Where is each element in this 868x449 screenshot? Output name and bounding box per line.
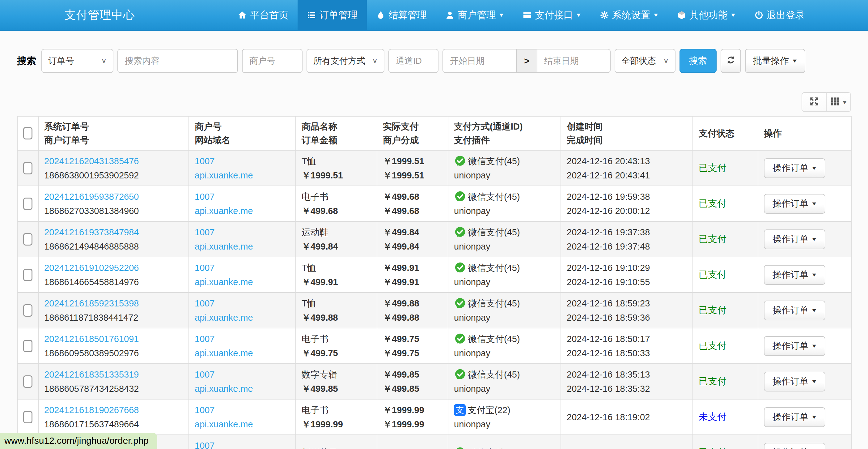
site-domain-link[interactable]: api.xuanke.me [195, 204, 253, 218]
site-domain-link[interactable]: api.xuanke.me [195, 239, 253, 253]
expand-icon [809, 96, 819, 108]
site-domain-link[interactable]: api.xuanke.me [195, 417, 253, 431]
site-domain-link[interactable]: api.xuanke.me [195, 310, 253, 325]
nav-item-power[interactable]: 退出登录 [745, 0, 814, 30]
home-icon [238, 10, 247, 20]
order-actions-button[interactable]: 操作订单▼ [764, 265, 825, 285]
row-checkbox[interactable] [23, 340, 32, 352]
date-range-group: > [442, 49, 611, 73]
row-checkbox[interactable] [23, 411, 32, 423]
order-actions-button[interactable]: 操作订单▼ [764, 336, 825, 356]
merchant-id-link[interactable]: 1007 [195, 403, 215, 417]
created-time: 2024-12-16 19:10:29 [567, 263, 650, 273]
pay-method: 微信支付(45) [468, 332, 520, 346]
product-name: 数字专辑 [302, 369, 337, 380]
nav-item-credit-card[interactable]: 支付接口▼ [513, 0, 590, 30]
select-all-checkbox[interactable] [23, 127, 32, 140]
created-time: 2024-12-16 19:59:38 [567, 192, 650, 202]
product-name: 电子书 [302, 334, 329, 344]
nav-item-home[interactable]: 平台首页 [228, 0, 298, 30]
order-actions-button[interactable]: 操作订单▼ [764, 194, 825, 214]
nav-item-tint[interactable]: 结算管理 [367, 0, 436, 30]
completed-time: 2024-12-16 18:35:32 [567, 384, 650, 394]
merchant-share: ￥1999.99 [383, 419, 424, 429]
pay-plugin: unionpay [454, 419, 490, 429]
wechat-pay-icon [454, 262, 466, 274]
orders-table: 系统订单号商户订单号 商户号网站域名 商品名称订单金额 实际支付商户分成 支付方… [17, 116, 851, 449]
site-domain-link[interactable]: api.xuanke.me [195, 346, 253, 360]
actual-paid: ￥499.68 [383, 192, 419, 202]
search-type-select[interactable]: 订单号 ∨ [41, 49, 114, 73]
channel-id-input[interactable] [389, 49, 438, 73]
col-header-merchant: 商户号 [195, 120, 290, 133]
columns-toggle-button[interactable]: ▼ [826, 92, 851, 112]
order-actions-button[interactable]: 操作订单▼ [764, 407, 825, 427]
row-checkbox[interactable] [23, 376, 32, 388]
order-actions-button[interactable]: 操作订单▼ [764, 443, 825, 449]
row-checkbox[interactable] [23, 198, 32, 210]
order-actions-button[interactable]: 操作订单▼ [764, 230, 825, 249]
sys-order-link[interactable]: 2024121619593872650 [44, 189, 139, 204]
sys-order-link[interactable]: 2024121618190267668 [44, 403, 139, 417]
search-label: 搜索 [17, 54, 36, 67]
nav-item-user[interactable]: 商户管理▼ [436, 0, 513, 30]
merchant-share: ￥499.85 [383, 384, 419, 394]
user-icon [445, 10, 455, 20]
pay-type-select[interactable]: 所有支付方式 ∨ [307, 49, 384, 73]
nav-item-gear[interactable]: 系统设置▼ [590, 0, 668, 30]
created-time: 2024-12-16 19:37:38 [567, 227, 650, 237]
completed-time: 2024-12-16 20:00:12 [567, 206, 650, 216]
merchant-id-link[interactable]: 1007 [195, 367, 215, 382]
merchant-id-link[interactable]: 1007 [195, 189, 215, 204]
site-domain-link[interactable]: api.xuanke.me [195, 382, 253, 396]
sys-order-link[interactable]: 2024121618501761091 [44, 332, 139, 346]
refresh-button[interactable] [721, 49, 741, 73]
merchant-id-link[interactable]: 1007 [195, 154, 215, 168]
merchant-id-link[interactable]: 1007 [195, 261, 215, 275]
sys-order-link[interactable]: 2024121619373847984 [44, 225, 139, 239]
order-actions-button[interactable]: 操作订单▼ [764, 158, 825, 178]
merchant-id-link[interactable]: 1007 [195, 439, 215, 449]
end-date-input[interactable] [537, 49, 611, 73]
sys-order-link[interactable]: 2024121618592315398 [44, 296, 139, 310]
col-header-action: 操作 [764, 126, 845, 140]
merchant-id-input[interactable] [242, 49, 303, 73]
sys-order-link[interactable]: 2024121618351335319 [44, 367, 139, 382]
table-row: 2024121619102952206 1868614665458814976 … [17, 257, 851, 293]
caret-down-icon: ▼ [811, 379, 818, 384]
search-content-input[interactable] [117, 49, 238, 73]
row-checkbox[interactable] [23, 269, 32, 281]
row-checkbox[interactable] [23, 162, 32, 174]
caret-down-icon: ▼ [842, 99, 847, 105]
created-time: 2024-12-16 18:50:17 [567, 334, 650, 344]
search-button[interactable]: 搜索 [680, 49, 717, 73]
order-actions-button[interactable]: 操作订单▼ [764, 372, 825, 391]
bulk-actions-label: 批量操作 [753, 55, 789, 67]
search-type-value: 订单号 [48, 55, 74, 67]
sys-order-link[interactable]: 2024121619102952206 [44, 261, 139, 275]
merchant-id-link[interactable]: 1007 [195, 225, 215, 239]
order-actions-button[interactable]: 操作订单▼ [764, 301, 825, 320]
row-checkbox[interactable] [23, 304, 32, 317]
list-icon [307, 10, 316, 20]
merchant-id-link[interactable]: 1007 [195, 296, 215, 310]
status-badge: 已支付 [699, 234, 726, 244]
nav-item-list[interactable]: 订单管理 [298, 0, 367, 30]
site-domain-link[interactable]: api.xuanke.me [195, 275, 253, 289]
start-date-input[interactable] [442, 49, 516, 73]
product-name: 运动鞋 [302, 227, 329, 237]
nav-item-box[interactable]: 其他功能▼ [668, 0, 745, 30]
sys-order-link[interactable]: 2024121620431385476 [44, 154, 139, 168]
bulk-actions-button[interactable]: 批量操作▼ [745, 49, 805, 73]
page: 支付管理中心 平台首页订单管理结算管理商户管理▼支付接口▼系统设置▼其他功能▼退… [0, 0, 868, 449]
order-amount: ￥499.85 [302, 384, 338, 394]
site-domain-link[interactable]: api.xuanke.me [195, 168, 253, 182]
completed-time: 2024-12-16 18:50:33 [567, 348, 650, 358]
merchant-id-link[interactable]: 1007 [195, 332, 215, 346]
table-toolbar: ▼ [802, 92, 851, 112]
fullscreen-button[interactable] [802, 92, 826, 112]
table-row: 2024121618501761091 1868609580389502976 … [17, 328, 851, 364]
row-checkbox[interactable] [23, 233, 32, 245]
status-select[interactable]: 全部状态 ∨ [615, 49, 676, 73]
pay-method: 微信支付(45) [468, 296, 520, 310]
